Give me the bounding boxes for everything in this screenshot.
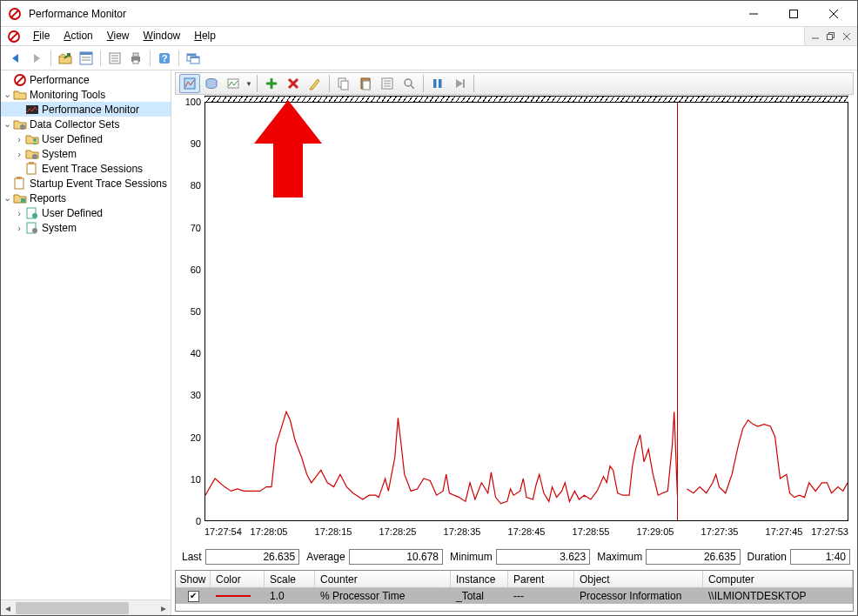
menu-action[interactable]: Action <box>57 27 99 45</box>
menu-bar: File Action View Window Help <box>1 27 857 46</box>
tree-hscrollbar[interactable]: ◂ ▸ <box>1 599 171 615</box>
perfmon-icon <box>25 103 39 117</box>
help-button[interactable]: ? <box>155 49 174 68</box>
menu-window[interactable]: Window <box>137 27 188 45</box>
maximize-button[interactable] <box>774 1 814 26</box>
mdi-minimize-button[interactable] <box>808 30 822 44</box>
minimum-label: Minimum <box>450 551 493 563</box>
mdi-restore-button[interactable] <box>824 30 838 44</box>
tree-event-trace-sessions[interactable]: Event Trace Sessions <box>1 161 171 176</box>
counters-grid[interactable]: Show Color Scale Counter Instance Parent… <box>175 570 854 612</box>
tree-dcs-user-defined[interactable]: › User Defined <box>1 131 171 146</box>
x-axis: 17:27:5417:28:0517:28:1517:28:2517:28:35… <box>204 525 848 542</box>
tree-data-collector-sets[interactable]: ⌄ Data Collector Sets <box>1 117 171 131</box>
svg-point-45 <box>32 228 37 233</box>
tree-monitoring-tools[interactable]: ⌄ Monitoring Tools <box>1 87 171 102</box>
chart-top-hatch <box>204 96 848 103</box>
stats-row: Last 26.635 Average 10.678 Minimum 3.623… <box>175 547 854 566</box>
col-parent[interactable]: Parent <box>508 571 574 587</box>
menu-help[interactable]: Help <box>187 27 223 45</box>
row-checkbox[interactable]: ✔ <box>188 591 199 602</box>
mdi-controls <box>804 27 857 45</box>
svg-line-32 <box>17 77 23 84</box>
graph-type-dropdown[interactable]: ▼ <box>245 80 253 88</box>
row-computer: \\ILMIONTDESKTOP <box>703 589 853 603</box>
expand-icon[interactable]: › <box>13 149 25 159</box>
grid-header: Show Color Scale Counter Instance Parent… <box>176 571 853 588</box>
report-system-icon <box>25 221 39 235</box>
svg-point-36 <box>32 154 37 159</box>
menu-view[interactable]: View <box>100 27 137 45</box>
show-hide-tree-button[interactable] <box>56 49 75 68</box>
forward-button[interactable] <box>27 49 46 68</box>
tree-startup-event-trace-sessions[interactable]: Startup Event Trace Sessions <box>1 176 171 191</box>
svg-rect-63 <box>433 79 437 88</box>
col-object[interactable]: Object <box>574 571 703 587</box>
minimum-value: 3.623 <box>496 549 590 565</box>
mdi-close-button[interactable] <box>840 30 854 44</box>
row-object: Processor Information <box>574 589 703 603</box>
grid-row[interactable]: ✔ 1.0 % Processor Time _Total --- Proces… <box>176 588 853 604</box>
view-log-button[interactable] <box>201 74 222 93</box>
svg-rect-56 <box>363 81 370 90</box>
y-axis: 0102030405060708090100 <box>175 102 204 521</box>
collapse-icon[interactable]: ⌄ <box>1 118 13 130</box>
properties-button[interactable] <box>377 74 398 93</box>
print-button[interactable] <box>126 49 145 68</box>
col-instance[interactable]: Instance <box>451 571 508 587</box>
graph-type-button[interactable] <box>223 74 244 93</box>
tree-reports-user-defined[interactable]: › User Defined <box>1 205 171 220</box>
properties-button[interactable] <box>77 49 96 68</box>
tree-performance-monitor[interactable]: Performance Monitor <box>1 102 171 117</box>
col-scale[interactable]: Scale <box>265 571 315 587</box>
new-window-button[interactable] <box>184 49 203 68</box>
trace-icon <box>13 177 27 191</box>
tree-reports[interactable]: ⌄ Reports <box>1 191 171 205</box>
expand-icon[interactable]: › <box>13 223 25 233</box>
minimize-button[interactable] <box>734 1 774 26</box>
delete-button[interactable] <box>283 74 304 93</box>
tree-reports-system[interactable]: › System <box>1 220 171 235</box>
right-pane: ▼ 0102030405060708090100 <box>171 70 857 615</box>
view-current-button[interactable] <box>179 74 200 93</box>
col-computer[interactable]: Computer <box>703 571 853 587</box>
update-button[interactable] <box>449 74 470 93</box>
back-button[interactable] <box>6 49 25 68</box>
tree-dcs-system[interactable]: › System <box>1 146 171 161</box>
col-show[interactable]: Show <box>176 571 211 587</box>
scroll-thumb[interactable] <box>16 602 129 614</box>
freeze-button[interactable] <box>427 74 448 93</box>
tree-pane: Performance ⌄ Monitoring Tools Performan… <box>1 70 171 615</box>
scroll-left-icon[interactable]: ◂ <box>1 601 15 615</box>
window-title: Performance Monitor <box>29 8 734 20</box>
highlight-button[interactable] <box>305 74 325 93</box>
row-scale: 1.0 <box>265 589 315 603</box>
row-parent: --- <box>508 589 574 603</box>
svg-point-35 <box>33 138 37 142</box>
tree-root[interactable]: Performance <box>1 72 171 87</box>
svg-rect-30 <box>191 57 199 58</box>
tree[interactable]: Performance ⌄ Monitoring Tools Performan… <box>1 70 171 599</box>
average-label: Average <box>306 551 345 563</box>
paste-button[interactable] <box>355 74 376 93</box>
svg-rect-64 <box>439 79 442 88</box>
collapse-icon[interactable]: ⌄ <box>1 192 13 204</box>
collapse-icon[interactable]: ⌄ <box>1 89 13 100</box>
scroll-right-icon[interactable]: ▸ <box>157 601 171 615</box>
plot-area[interactable] <box>204 102 848 521</box>
title-bar: Performance Monitor <box>1 1 857 27</box>
zoom-button[interactable] <box>399 74 419 93</box>
add-button[interactable] <box>261 74 282 93</box>
col-color[interactable]: Color <box>211 571 265 587</box>
expand-icon[interactable]: › <box>13 208 25 218</box>
export-button[interactable] <box>105 49 124 68</box>
folder-icon <box>13 88 27 102</box>
duration-value: 1:40 <box>790 549 850 565</box>
copy-button[interactable] <box>333 74 354 93</box>
close-button[interactable] <box>814 1 854 26</box>
expand-icon[interactable]: › <box>13 134 25 144</box>
svg-rect-23 <box>133 53 138 57</box>
menu-file[interactable]: File <box>26 27 57 45</box>
maximum-value: 26.635 <box>646 549 740 565</box>
col-counter[interactable]: Counter <box>315 571 451 587</box>
